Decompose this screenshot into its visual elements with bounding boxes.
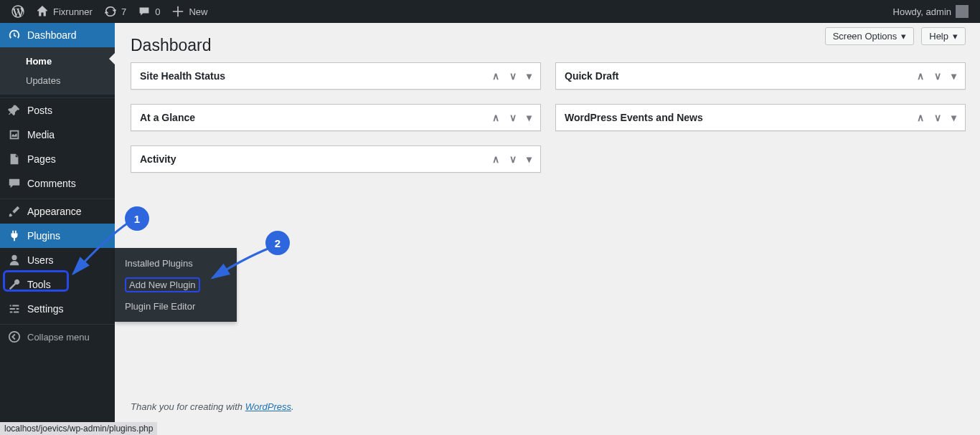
- widget-site-health: Site Health Status ∧ ∨ ▾: [131, 62, 541, 90]
- admin-toolbar: Fixrunner 7 0 New Howdy, admin: [0, 0, 980, 23]
- sidebar-item-posts[interactable]: Posts: [0, 98, 115, 123]
- move-up-icon[interactable]: ∧: [917, 70, 924, 82]
- pin-icon: [7, 104, 22, 117]
- widget-column-right: Quick Draft ∧ ∨ ▾ WordPress Events and N…: [555, 62, 966, 173]
- avatar-icon: [956, 5, 969, 18]
- annotation-arrow-2: [205, 244, 277, 287]
- posts-label: Posts: [27, 105, 52, 116]
- move-up-icon[interactable]: ∧: [492, 70, 499, 82]
- toggle-widget-icon[interactable]: ▾: [527, 112, 532, 123]
- chevron-down-icon: ▾: [901, 31, 906, 42]
- chevron-down-icon: ▾: [953, 31, 958, 42]
- pages-label: Pages: [27, 153, 56, 165]
- main-content: Screen Options ▾ Help ▾ Dashboard Site H…: [115, 23, 980, 435]
- comments-count: 0: [155, 6, 160, 17]
- annotation-badge-1: 1: [126, 208, 148, 229]
- annotation-arrow-1: [65, 215, 136, 287]
- move-up-icon[interactable]: ∧: [492, 153, 499, 165]
- toggle-widget-icon[interactable]: ▾: [527, 70, 532, 82]
- site-name-label: Fixrunner: [53, 6, 93, 17]
- page-icon: [7, 153, 22, 166]
- screen-options-button[interactable]: Screen Options ▾: [825, 27, 915, 45]
- browser-status-url: localhost/joevics/wp-admin/plugins.php: [0, 422, 157, 435]
- plugin-icon: [7, 229, 22, 242]
- content-header-buttons: Screen Options ▾ Help ▾: [825, 27, 966, 45]
- wrench-icon: [7, 278, 22, 291]
- users-label: Users: [27, 254, 54, 266]
- wp-logo-menu[interactable]: [6, 0, 30, 23]
- move-down-icon[interactable]: ∨: [509, 70, 517, 82]
- sidebar-item-pages[interactable]: Pages: [0, 147, 115, 171]
- move-down-icon[interactable]: ∨: [509, 112, 517, 123]
- sidebar-item-dashboard[interactable]: Dashboard: [0, 23, 115, 47]
- home-icon: [36, 5, 49, 18]
- widget-title: Site Health Status: [140, 70, 225, 82]
- wordpress-icon: [11, 5, 24, 18]
- sidebar-item-settings[interactable]: Settings: [0, 297, 115, 321]
- move-down-icon[interactable]: ∨: [934, 70, 941, 82]
- current-menu-arrow: [109, 53, 115, 64]
- widget-title: Quick Draft: [565, 70, 618, 82]
- dashboard-label: Dashboard: [27, 29, 77, 41]
- site-name-menu[interactable]: Fixrunner: [30, 0, 98, 23]
- dashboard-widgets: Site Health Status ∧ ∨ ▾ At a Glance ∧ ∨…: [131, 62, 966, 173]
- collapse-icon: [7, 330, 22, 343]
- move-down-icon[interactable]: ∨: [934, 112, 941, 123]
- sidebar-item-media[interactable]: Media: [0, 123, 115, 147]
- toggle-widget-icon[interactable]: ▾: [951, 70, 956, 82]
- move-down-icon[interactable]: ∨: [509, 153, 517, 165]
- widget-activity: Activity ∧ ∨ ▾: [131, 145, 541, 173]
- updates-count: 7: [121, 6, 126, 17]
- move-up-icon[interactable]: ∧: [917, 112, 924, 123]
- toggle-widget-icon[interactable]: ▾: [527, 153, 532, 165]
- account-menu[interactable]: Howdy, admin: [887, 0, 974, 23]
- annotation-badge-2: 2: [267, 232, 288, 254]
- new-content-menu[interactable]: New: [166, 0, 213, 23]
- sidebar-item-comments[interactable]: Comments: [0, 171, 115, 196]
- widget-title: Activity: [140, 153, 176, 165]
- tools-label: Tools: [27, 279, 51, 290]
- new-label: New: [189, 6, 207, 17]
- sliders-icon: [7, 302, 22, 315]
- flyout-plugin-file-editor[interactable]: Plugin File Editor: [115, 297, 237, 316]
- comments-label: Comments: [27, 178, 76, 189]
- collapse-label: Collapse menu: [27, 332, 90, 343]
- widget-title: WordPress Events and News: [565, 112, 703, 123]
- widget-column-left: Site Health Status ∧ ∨ ▾ At a Glance ∧ ∨…: [131, 62, 541, 173]
- media-icon: [7, 128, 22, 141]
- sub-item-home[interactable]: Home: [0, 52, 115, 71]
- widget-events-news: WordPress Events and News ∧ ∨ ▾: [555, 104, 966, 131]
- comments-icon: [7, 177, 22, 190]
- greeting-label: Howdy, admin: [893, 6, 951, 17]
- toggle-widget-icon[interactable]: ▾: [951, 112, 956, 123]
- user-icon: [7, 254, 22, 267]
- collapse-menu-button[interactable]: Collapse menu: [0, 325, 115, 349]
- widget-title: At a Glance: [140, 112, 195, 123]
- update-icon: [104, 5, 117, 18]
- sub-item-updates[interactable]: Updates: [0, 71, 115, 90]
- footer-thankyou: Thank you for creating with WordPress.: [131, 401, 294, 412]
- svg-point-0: [9, 332, 19, 342]
- move-up-icon[interactable]: ∧: [492, 112, 499, 123]
- widget-quick-draft: Quick Draft ∧ ∨ ▾: [555, 62, 966, 90]
- settings-label: Settings: [27, 303, 64, 315]
- brush-icon: [7, 205, 22, 218]
- widget-at-a-glance: At a Glance ∧ ∨ ▾: [131, 104, 541, 131]
- dashboard-icon: [7, 29, 22, 42]
- dashboard-submenu: Home Updates: [0, 47, 115, 95]
- footer-wordpress-link[interactable]: WordPress: [245, 401, 291, 412]
- plus-icon: [171, 5, 184, 18]
- help-button[interactable]: Help ▾: [921, 27, 966, 45]
- plugins-label: Plugins: [27, 230, 60, 242]
- media-label: Media: [27, 129, 55, 140]
- comments-menu[interactable]: 0: [132, 0, 166, 23]
- updates-menu[interactable]: 7: [98, 0, 132, 23]
- comment-icon: [138, 5, 151, 18]
